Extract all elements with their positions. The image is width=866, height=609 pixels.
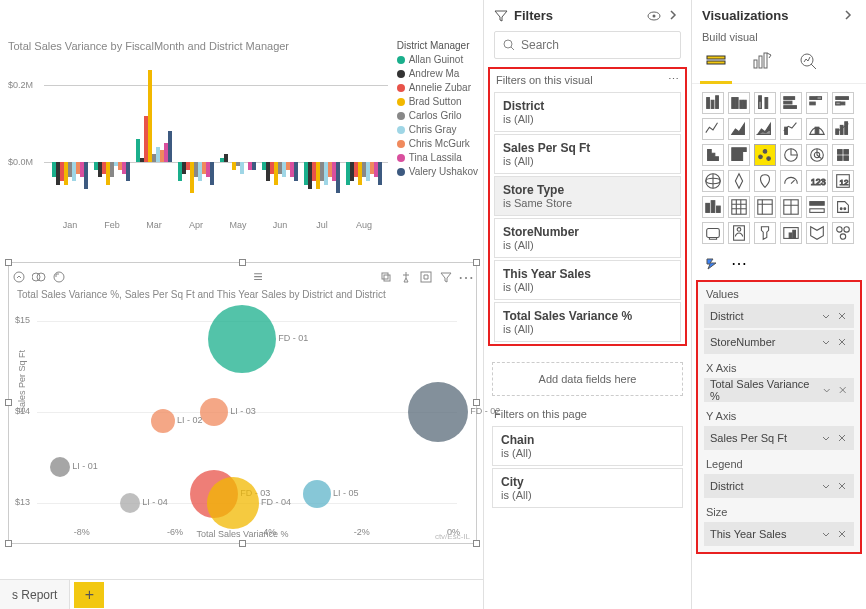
chevron-down-icon[interactable] — [820, 528, 832, 540]
legend-item[interactable]: Brad Sutton — [397, 95, 478, 109]
field-chip-xaxis[interactable]: Total Sales Variance % — [704, 378, 854, 402]
legend-item[interactable]: Tina Lassila — [397, 151, 478, 165]
drill-up-icon[interactable] — [11, 269, 27, 285]
remove-icon[interactable] — [836, 480, 848, 492]
viz-tile[interactable] — [728, 222, 750, 244]
viz-tile[interactable] — [780, 222, 802, 244]
add-page-button[interactable]: + — [74, 582, 104, 608]
remove-icon[interactable] — [836, 310, 848, 322]
viz-tile-more[interactable]: ⋯ — [728, 252, 750, 274]
legend-item[interactable]: Chris McGurk — [397, 137, 478, 151]
viz-tile[interactable] — [754, 92, 776, 114]
viz-tile[interactable] — [780, 196, 802, 218]
field-chip-size[interactable]: This Year Sales — [704, 522, 854, 546]
field-chip-yaxis[interactable]: Sales Per Sq Ft — [704, 426, 854, 450]
chevron-down-icon[interactable] — [820, 480, 832, 492]
bubble[interactable] — [120, 493, 140, 513]
filter-card[interactable]: Total Sales Variance %is (All) — [494, 302, 681, 342]
search-input[interactable] — [521, 38, 672, 52]
chevron-down-icon[interactable] — [821, 384, 832, 396]
viz-tile[interactable] — [754, 170, 776, 192]
viz-tile[interactable] — [728, 92, 750, 114]
viz-tile-automate[interactable] — [702, 252, 724, 274]
field-chip-storenumber[interactable]: StoreNumber — [704, 330, 854, 354]
pin-icon[interactable] — [398, 269, 414, 285]
viz-tile[interactable] — [702, 170, 724, 192]
legend-item[interactable]: Andrew Ma — [397, 67, 478, 81]
filter-card[interactable]: This Year Salesis (All) — [494, 260, 681, 300]
field-chip-legend[interactable]: District — [704, 474, 854, 498]
viz-tile[interactable] — [780, 92, 802, 114]
collapse-viz-icon[interactable] — [842, 9, 856, 23]
viz-tile[interactable] — [806, 196, 828, 218]
focus-icon[interactable] — [418, 269, 434, 285]
viz-tile[interactable]: 12 — [832, 170, 854, 192]
bubble[interactable] — [207, 477, 259, 529]
drag-handle-icon[interactable]: ≡ — [250, 269, 266, 285]
viz-tile[interactable] — [702, 144, 724, 166]
viz-tile[interactable] — [702, 118, 724, 140]
remove-icon[interactable] — [837, 384, 848, 396]
filter-card[interactable]: Cityis (All) — [492, 468, 683, 508]
chevron-down-icon[interactable] — [820, 310, 832, 322]
viz-tile[interactable] — [728, 144, 750, 166]
bubble[interactable] — [50, 457, 70, 477]
bubble[interactable] — [151, 409, 175, 433]
viz-tile[interactable] — [832, 118, 854, 140]
expand-icon[interactable] — [51, 269, 67, 285]
viz-tile[interactable] — [702, 92, 724, 114]
viz-tile[interactable] — [780, 118, 802, 140]
legend-item[interactable]: Valery Ushakov — [397, 165, 478, 179]
legend-item[interactable]: Carlos Grilo — [397, 109, 478, 123]
scatter-chart-visual[interactable]: ≡ ⋯ Total Sales Variance %, Sales Per Sq… — [8, 262, 477, 544]
copy-icon[interactable] — [378, 269, 394, 285]
viz-tile[interactable] — [754, 144, 776, 166]
build-tab-analytics[interactable] — [794, 47, 822, 75]
viz-tile[interactable] — [780, 144, 802, 166]
section-more-icon[interactable]: ⋯ — [668, 73, 679, 86]
remove-icon[interactable] — [836, 432, 848, 444]
viz-tile[interactable] — [728, 118, 750, 140]
show-hide-icon[interactable] — [647, 9, 661, 23]
collapse-icon[interactable] — [667, 9, 681, 23]
field-chip-district[interactable]: District — [704, 304, 854, 328]
filter-card[interactable]: StoreNumberis (All) — [494, 218, 681, 258]
legend-item[interactable]: Allan Guinot — [397, 53, 478, 67]
bubble[interactable] — [208, 305, 276, 373]
viz-tile[interactable] — [806, 222, 828, 244]
viz-tile[interactable] — [806, 144, 828, 166]
viz-tile[interactable] — [832, 196, 854, 218]
drill-down-icon[interactable] — [31, 269, 47, 285]
viz-tile[interactable] — [754, 196, 776, 218]
filter-card[interactable]: Chainis (All) — [492, 426, 683, 466]
filter-search[interactable] — [494, 31, 681, 59]
filter-icon[interactable] — [438, 269, 454, 285]
viz-tile[interactable] — [806, 118, 828, 140]
report-tab[interactable]: s Report — [0, 580, 70, 610]
more-icon[interactable]: ⋯ — [458, 269, 474, 285]
filter-card[interactable]: Districtis (All) — [494, 92, 681, 132]
viz-tile[interactable] — [806, 92, 828, 114]
remove-icon[interactable] — [836, 336, 848, 348]
viz-tile[interactable] — [728, 196, 750, 218]
bar-chart-visual[interactable]: Total Sales Variance by FiscalMonth and … — [8, 40, 478, 250]
viz-tile[interactable] — [728, 170, 750, 192]
chevron-down-icon[interactable] — [820, 432, 832, 444]
viz-tile[interactable] — [702, 196, 724, 218]
viz-tile[interactable] — [754, 118, 776, 140]
filter-card[interactable]: Sales Per Sq Ftis (All) — [494, 134, 681, 174]
viz-tile[interactable] — [780, 170, 802, 192]
viz-tile[interactable]: 123 — [806, 170, 828, 192]
legend-item[interactable]: Chris Gray — [397, 123, 478, 137]
build-tab-format[interactable] — [748, 47, 776, 75]
legend-item[interactable]: Annelie Zubar — [397, 81, 478, 95]
filter-card[interactable]: Store Typeis Same Store — [494, 176, 681, 216]
bubble[interactable] — [200, 398, 228, 426]
remove-icon[interactable] — [836, 528, 848, 540]
viz-tile[interactable] — [832, 144, 854, 166]
bubble[interactable] — [303, 480, 331, 508]
build-tab-fields[interactable] — [702, 47, 730, 75]
chevron-down-icon[interactable] — [820, 336, 832, 348]
viz-tile[interactable] — [832, 222, 854, 244]
add-data-fields[interactable]: Add data fields here — [492, 362, 683, 396]
